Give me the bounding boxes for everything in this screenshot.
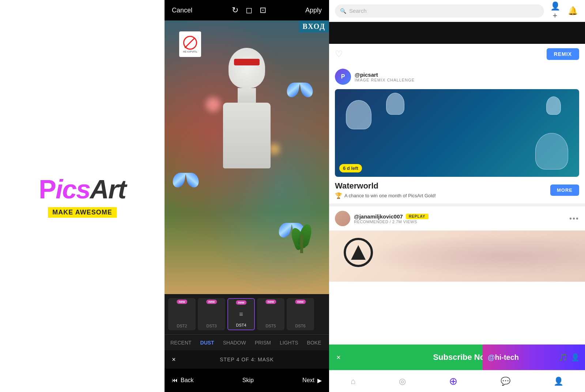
create-nav-icon[interactable]: ⊕ bbox=[449, 375, 457, 387]
no-smoking-sign: НЕ КУРИТЬ bbox=[179, 31, 201, 57]
jellyfish-2 bbox=[386, 93, 404, 115]
challenge-section: P @picsart IMAGE REMIX CHALLENGE 6 d lef… bbox=[329, 64, 585, 203]
filter-thumb-dst3[interactable]: new DST3 bbox=[198, 298, 225, 330]
filter-thumb-dst2[interactable]: new DST2 bbox=[168, 298, 196, 330]
category-shadow[interactable]: SHADOW bbox=[223, 340, 246, 346]
hitech-name: hi-tech bbox=[495, 353, 519, 361]
step-close-button[interactable]: × bbox=[172, 356, 176, 364]
filter-sliders-icon: ≡ bbox=[239, 311, 243, 318]
logo-art: Art bbox=[90, 175, 126, 204]
cancel-button[interactable]: Cancel bbox=[172, 7, 192, 14]
butterfly-wing-left bbox=[286, 83, 300, 97]
filter-label-dst5: DST5 bbox=[257, 324, 284, 328]
sculpture-body bbox=[223, 103, 271, 168]
notification-icon[interactable]: 🔔 bbox=[566, 6, 579, 16]
challenge-meta: @picsart IMAGE REMIX CHALLENGE bbox=[355, 72, 415, 82]
challenge-username[interactable]: @picsart bbox=[355, 72, 415, 78]
filter-thumb-dst5[interactable]: new DST5 bbox=[257, 298, 284, 330]
remix-button[interactable]: REMIX bbox=[547, 48, 579, 60]
back-button[interactable]: ⏮ Back bbox=[172, 377, 194, 384]
entry-sign: ВХОД bbox=[299, 20, 329, 33]
filter-label-dst4: DST4 bbox=[228, 323, 254, 327]
category-lights[interactable]: LIGHTS bbox=[280, 340, 298, 346]
plant bbox=[291, 224, 313, 253]
post-avatar[interactable] bbox=[335, 211, 350, 226]
search-placeholder: Search bbox=[349, 8, 367, 14]
hitech-overlay: @hi-tech 🎵 👤 bbox=[483, 345, 585, 370]
category-bar: RECENT DUST SHADOW PRISM LIGHTS BOKE bbox=[165, 334, 329, 350]
refresh-icon[interactable]: ↻ bbox=[232, 5, 238, 15]
section-divider bbox=[329, 203, 585, 206]
next-label: Next bbox=[302, 377, 314, 384]
category-boke[interactable]: BOKE bbox=[307, 340, 321, 346]
jellyfish-1 bbox=[346, 100, 371, 129]
filter-strip: new DST2 new DST3 new ≡ DST4 new DST5 ne… bbox=[165, 294, 329, 334]
challenge-image: 6 d left bbox=[335, 89, 579, 177]
sculpture-head bbox=[229, 48, 265, 88]
post-more-menu[interactable]: ••• bbox=[569, 214, 579, 223]
chat-nav-icon[interactable]: 💬 bbox=[501, 377, 510, 386]
replay-badge: REPLAY bbox=[406, 214, 429, 219]
profile-nav-icon[interactable]: 👤 bbox=[554, 377, 563, 386]
logo: PicsArt bbox=[39, 174, 126, 204]
apply-button[interactable]: Apply bbox=[305, 7, 322, 14]
next-icon: ▶ bbox=[317, 377, 322, 384]
top-bar: Cancel ↻ ◻ ⊡ Apply bbox=[165, 0, 329, 20]
filter-label-dst6: DST6 bbox=[287, 324, 314, 328]
new-badge: new bbox=[295, 300, 306, 304]
no-smoking-circle bbox=[183, 36, 197, 50]
sculpture bbox=[218, 48, 276, 172]
butterfly-wing-right bbox=[185, 173, 200, 187]
photo-area: ВХОД НЕ КУРИТЬ bbox=[165, 20, 329, 294]
post-meta: @janamiljkovic007 REPLAY RECOMMENDED / 2… bbox=[354, 213, 566, 224]
crop-icon[interactable]: ⊡ bbox=[260, 5, 266, 15]
category-dust[interactable]: DUST bbox=[200, 340, 214, 346]
challenge-title: Waterworld bbox=[335, 181, 436, 191]
nav-bar: ⏮ Back Skip Next ▶ bbox=[165, 369, 329, 392]
butterfly-wing-left bbox=[171, 173, 186, 187]
skip-button[interactable]: Skip bbox=[242, 377, 254, 384]
post-sub: RECOMMENDED / 2.7M views bbox=[354, 220, 566, 224]
more-button[interactable]: MORE bbox=[550, 184, 579, 196]
new-badge: new bbox=[206, 300, 217, 304]
butterfly-wing-left bbox=[278, 223, 292, 237]
challenge-footer: Waterworld 🏆 A chance to win one month o… bbox=[335, 181, 579, 199]
jellyfish-3 bbox=[546, 96, 561, 115]
sculpture-neck bbox=[238, 88, 256, 103]
prize-text: A chance to win one month of PicsArt Gol… bbox=[344, 193, 436, 198]
butterfly-wing-right bbox=[299, 83, 314, 97]
challenge-type: IMAGE REMIX CHALLENGE bbox=[355, 78, 415, 82]
step-bar: × STEP 4 OF 4: MASK bbox=[165, 350, 329, 369]
middle-panel: Cancel ↻ ◻ ⊡ Apply ВХОД НЕ КУРИТЬ bbox=[165, 0, 329, 392]
subscribe-close-button[interactable]: × bbox=[336, 353, 341, 362]
challenge-title-area: Waterworld 🏆 A chance to win one month o… bbox=[335, 181, 436, 199]
plant-leaf-2 bbox=[297, 223, 314, 247]
filter-thumb-dst4[interactable]: new ≡ DST4 bbox=[227, 298, 255, 330]
next-button[interactable]: Next ▶ bbox=[302, 377, 322, 384]
post-image-preview bbox=[329, 231, 585, 282]
filter-label-dst3: DST3 bbox=[198, 324, 225, 328]
heart-icon[interactable]: ♡ bbox=[335, 49, 343, 59]
category-recent[interactable]: RECENT bbox=[170, 340, 192, 346]
right-panel: 🔍 Search 👤+ 🔔 ♡ REMIX P @picsart IMAGE R… bbox=[329, 0, 585, 392]
days-left-badge: 6 d left bbox=[339, 164, 362, 172]
add-user-icon[interactable]: 👤+ bbox=[548, 1, 562, 20]
explore-nav-icon[interactable]: ◎ bbox=[399, 377, 406, 386]
hitech-music-icon: 🎵 bbox=[559, 353, 568, 362]
eraser-icon[interactable]: ◻ bbox=[246, 5, 252, 15]
logo-ics: ics bbox=[56, 175, 90, 204]
post-username[interactable]: @janamiljkovic007 bbox=[354, 213, 403, 220]
challenge-header: P @picsart IMAGE REMIX CHALLENGE bbox=[335, 69, 579, 85]
left-panel: PicsArt MAKE AWESOME bbox=[0, 0, 165, 392]
post-image-decoration bbox=[344, 238, 373, 267]
search-bar[interactable]: 🔍 Search bbox=[335, 4, 544, 18]
filter-thumb-dst6[interactable]: new DST6 bbox=[287, 298, 314, 330]
toolbar-icons: ↻ ◻ ⊡ bbox=[232, 5, 266, 15]
challenge-prize: 🏆 A chance to win one month of PicsArt G… bbox=[335, 192, 436, 199]
butterfly-2 bbox=[173, 171, 199, 189]
jellyfish-4 bbox=[535, 133, 568, 170]
category-prism[interactable]: PRISM bbox=[255, 340, 271, 346]
new-badge: new bbox=[265, 300, 276, 304]
home-nav-icon[interactable]: ⌂ bbox=[351, 377, 355, 386]
action-row: ♡ REMIX bbox=[329, 44, 585, 64]
